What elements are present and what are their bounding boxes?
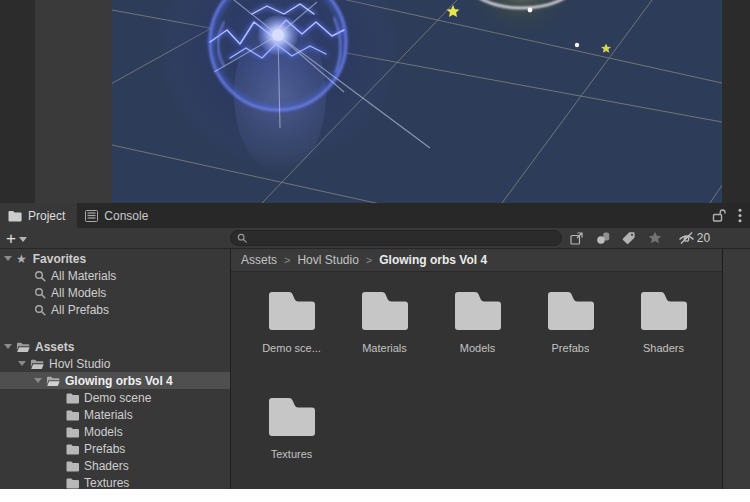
folder-icon [8, 210, 22, 222]
chevron-down-icon [19, 237, 27, 242]
tree-item-label: All Models [51, 286, 106, 300]
save-search-button[interactable] [644, 229, 666, 247]
folder-demo-scene[interactable]: Demo sce... [245, 272, 338, 378]
tree-item-glowing-orbs-vol-4[interactable]: Glowing orbs Vol 4 [0, 372, 230, 389]
foldout-expanded-icon[interactable] [18, 361, 26, 366]
breadcrumb-item-assets[interactable]: Assets [241, 253, 277, 267]
folder-shaders[interactable]: Shaders [617, 272, 710, 378]
folder-materials[interactable]: Materials [338, 272, 431, 378]
hidden-items-toggle[interactable]: 20 [672, 229, 716, 247]
particle-dot [575, 43, 579, 47]
tree-item-models[interactable]: Models [0, 423, 230, 440]
scene-canvas [112, 0, 722, 203]
foldout-expanded-icon[interactable] [4, 256, 12, 261]
left-gutter-outer [0, 0, 35, 203]
left-gutter-inner [35, 0, 112, 203]
foldout-expanded-icon[interactable] [34, 378, 42, 383]
label-tag-icon [622, 231, 636, 245]
folder-models[interactable]: Models [431, 272, 524, 378]
tab-project-label: Project [28, 209, 65, 223]
folder-icon [545, 287, 597, 333]
tree-item-shaders[interactable]: Shaders [0, 457, 230, 474]
eye-slash-icon [678, 231, 695, 245]
folder-icon [66, 392, 79, 404]
right-gutter [722, 0, 750, 203]
scrollbar-track[interactable] [722, 249, 750, 489]
folder-textures[interactable]: Textures [245, 378, 338, 484]
folder-prefabs[interactable]: Prefabs [524, 272, 617, 378]
lock-unlocked-icon[interactable] [712, 208, 726, 223]
tree-item-label: All Prefabs [51, 303, 109, 317]
saved-search-icon [34, 304, 46, 316]
tree-item-all-models[interactable]: All Models [0, 284, 230, 301]
favorites-star-icon: ★ [16, 253, 27, 265]
folder-label: Shaders [643, 342, 684, 354]
tree-item-textures[interactable]: Textures [0, 474, 230, 489]
folder-label: Demo sce... [262, 342, 321, 354]
open-search-window-button[interactable] [565, 229, 587, 247]
tree-section-gap [0, 318, 230, 338]
tree-item-hovl-studio[interactable]: Hovl Studio [0, 355, 230, 372]
tree-item-assets[interactable]: Assets [0, 338, 230, 355]
tree-item-all-materials[interactable]: All Materials [0, 267, 230, 284]
tree-item-favorites[interactable]: ★ Favorites [0, 250, 230, 267]
tree-item-label: All Materials [51, 269, 116, 283]
star-icon [648, 231, 662, 245]
folder-icon [452, 287, 504, 333]
folder-label: Textures [271, 448, 313, 460]
folder-label: Prefabs [552, 342, 590, 354]
kebab-menu-icon[interactable] [738, 208, 742, 223]
open-new-window-icon [570, 232, 583, 245]
foldout-expanded-icon[interactable] [4, 344, 12, 349]
folder-icon [66, 426, 79, 438]
folder-icon [66, 443, 79, 455]
search-by-label-button[interactable] [618, 229, 640, 247]
search-icon [237, 233, 247, 243]
search-input[interactable] [251, 231, 555, 245]
folder-icon [66, 477, 79, 489]
tab-project[interactable]: Project [0, 203, 77, 228]
folder-open-icon [46, 375, 60, 387]
tree-item-label: Models [84, 425, 123, 439]
folder-icon [66, 460, 79, 472]
tree-item-materials[interactable]: Materials [0, 406, 230, 423]
unity-editor: Project Console + [0, 0, 750, 502]
saved-search-icon [34, 287, 46, 299]
tab-console-label: Console [104, 209, 148, 223]
tree-item-prefabs[interactable]: Prefabs [0, 440, 230, 457]
breadcrumb-item-current[interactable]: Glowing orbs Vol 4 [379, 253, 487, 267]
tree-item-label: Demo scene [84, 391, 151, 405]
project-toolbar: + [0, 228, 750, 249]
project-sidebar: ★ Favorites All Materials All Models [0, 249, 230, 489]
tab-console[interactable]: Console [77, 203, 160, 228]
folder-grid: Demo sce... Materials Models Prefabs [231, 272, 722, 489]
particle-dot [528, 8, 533, 13]
saved-search-icon [34, 270, 46, 282]
folder-icon [66, 409, 79, 421]
folder-label: Models [460, 342, 495, 354]
search-by-type-button[interactable] [592, 229, 614, 247]
asset-tree: ★ Favorites All Materials All Models [0, 249, 230, 489]
folder-icon [359, 287, 411, 333]
folder-icon [266, 287, 318, 333]
folder-icon [638, 287, 690, 333]
hidden-count: 20 [697, 231, 710, 245]
panel-tab-bar: Project Console [0, 203, 750, 228]
tree-item-all-prefabs[interactable]: All Prefabs [0, 301, 230, 318]
folder-icon [266, 393, 318, 439]
plus-icon: + [6, 230, 16, 247]
breadcrumb-item-hovl-studio[interactable]: Hovl Studio [297, 253, 358, 267]
tree-item-label: Hovl Studio [49, 357, 110, 371]
tree-item-label: Textures [84, 476, 129, 490]
tree-item-label: Prefabs [84, 442, 125, 456]
tree-item-label: Favorites [33, 252, 86, 266]
scene-view[interactable] [112, 0, 722, 203]
breadcrumb-separator: > [366, 254, 372, 266]
search-field[interactable] [230, 230, 562, 246]
tree-item-demo-scene[interactable]: Demo scene [0, 389, 230, 406]
search-by-type-icon [596, 231, 611, 245]
tree-item-label: Materials [84, 408, 133, 422]
create-asset-button[interactable]: + [6, 229, 27, 248]
tree-item-label: Assets [35, 340, 74, 354]
console-icon [85, 210, 98, 222]
